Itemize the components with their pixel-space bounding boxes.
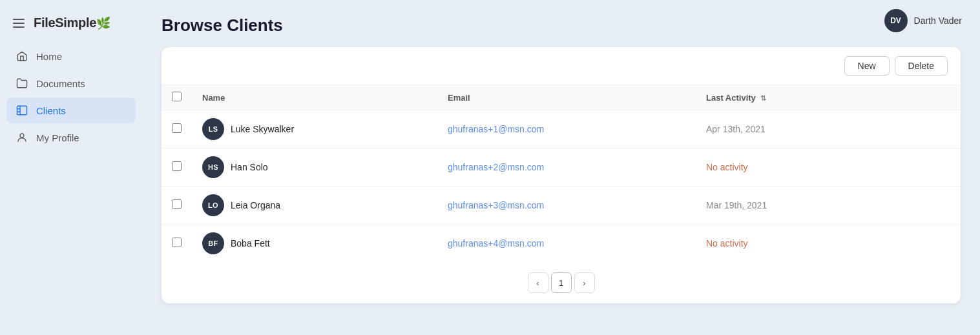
sidebar-item-home[interactable]: Home	[6, 43, 136, 69]
row-checkbox-cell	[162, 148, 192, 187]
col-header-check	[162, 85, 192, 110]
clients-card: New Delete Name Email Last Activity	[162, 47, 961, 303]
row-email-cell: ghufranas+2@msn.com	[437, 148, 696, 187]
pagination-page-1[interactable]: 1	[551, 272, 572, 293]
client-avatar: HS	[202, 156, 224, 178]
client-name: Leia Organa	[231, 200, 280, 210]
sidebar-item-label-clients: Clients	[36, 105, 66, 116]
pagination-prev[interactable]: ‹	[528, 272, 548, 293]
sidebar: FileSimple🌿 Home Documents	[0, 0, 142, 335]
table-row: BF Boba Fett ghufranas+4@msn.com No acti…	[162, 225, 961, 263]
client-name: Boba Fett	[231, 238, 270, 249]
row-checkbox-0[interactable]	[172, 123, 182, 133]
sidebar-item-label-home: Home	[36, 51, 62, 62]
row-name-cell: LS Luke Skywalker	[192, 110, 437, 148]
page-title: Browse Clients	[162, 15, 961, 36]
row-activity-cell: No activity	[696, 225, 961, 263]
row-activity-cell: Mar 19th, 2021	[696, 187, 961, 225]
card-toolbar: New Delete	[162, 47, 961, 85]
table-row: HS Han Solo ghufranas+2@msn.com No activ…	[162, 148, 961, 187]
client-email: ghufranas+3@msn.com	[448, 200, 544, 210]
sidebar-item-label-myprofile: My Profile	[36, 132, 79, 143]
app-logo: FileSimple🌿	[34, 15, 110, 30]
delete-button[interactable]: Delete	[895, 56, 948, 76]
row-email-cell: ghufranas+4@msn.com	[437, 225, 696, 263]
col-header-email: Email	[437, 85, 696, 110]
row-checkbox-1[interactable]	[172, 161, 182, 171]
select-all-checkbox[interactable]	[172, 92, 182, 101]
row-checkbox-3[interactable]	[172, 238, 182, 247]
row-checkbox-cell	[162, 110, 192, 148]
client-email: ghufranas+2@msn.com	[448, 162, 544, 172]
sidebar-item-label-documents: Documents	[36, 78, 85, 89]
client-activity: Apr 13th, 2021	[706, 124, 766, 134]
client-name: Han Solo	[231, 162, 268, 172]
col-header-name: Name	[192, 85, 437, 110]
row-checkbox-2[interactable]	[172, 199, 182, 209]
row-email-cell: ghufranas+1@msn.com	[437, 110, 696, 148]
new-button[interactable]: New	[844, 56, 890, 76]
row-checkbox-cell	[162, 225, 192, 263]
pagination-next[interactable]: ›	[574, 272, 595, 293]
client-avatar: LS	[202, 118, 224, 140]
client-activity: No activity	[706, 162, 748, 172]
myprofile-icon	[16, 131, 28, 144]
sort-icon: ⇅	[760, 94, 766, 103]
row-email-cell: ghufranas+3@msn.com	[437, 187, 696, 225]
home-icon	[16, 50, 28, 63]
user-avatar: DV	[884, 9, 908, 32]
row-name-cell: LO Leia Organa	[192, 187, 437, 225]
row-name-cell: BF Boba Fett	[192, 225, 437, 263]
clients-icon	[16, 104, 28, 117]
topbar: DV Darth Vader	[884, 9, 962, 32]
svg-point-4	[20, 134, 24, 137]
documents-icon	[16, 77, 28, 90]
client-name: Luke Skywalker	[231, 124, 294, 134]
main-content: DV Darth Vader Browse Clients New Delete…	[142, 0, 980, 335]
clients-table: Name Email Last Activity ⇅ LS	[162, 85, 961, 262]
logo-text: FileSimple	[34, 15, 96, 30]
client-avatar: LO	[202, 194, 224, 216]
nav-menu: Home Documents Clients	[0, 43, 142, 150]
row-activity-cell: No activity	[696, 148, 961, 187]
table-row: LS Luke Skywalker ghufranas+1@msn.com Ap…	[162, 110, 961, 148]
logo-leaf: 🌿	[96, 16, 110, 30]
col-header-activity[interactable]: Last Activity ⇅	[696, 85, 961, 110]
client-email: ghufranas+1@msn.com	[448, 124, 544, 134]
row-name-cell: HS Han Solo	[192, 148, 437, 187]
sidebar-item-myprofile[interactable]: My Profile	[6, 125, 136, 150]
sidebar-item-documents[interactable]: Documents	[6, 70, 136, 96]
sidebar-item-clients[interactable]: Clients	[6, 97, 136, 123]
client-avatar: BF	[202, 232, 224, 254]
row-activity-cell: Apr 13th, 2021	[696, 110, 961, 148]
pagination: ‹ 1 ›	[162, 262, 961, 303]
sidebar-header: FileSimple🌿	[0, 10, 142, 43]
client-email: ghufranas+4@msn.com	[448, 238, 544, 249]
hamburger-menu[interactable]	[10, 16, 27, 30]
svg-rect-0	[17, 106, 27, 115]
client-activity: Mar 19th, 2021	[706, 200, 767, 210]
table-row: LO Leia Organa ghufranas+3@msn.com Mar 1…	[162, 187, 961, 225]
row-checkbox-cell	[162, 187, 192, 225]
client-activity: No activity	[706, 238, 748, 249]
user-name: Darth Vader	[914, 15, 962, 26]
